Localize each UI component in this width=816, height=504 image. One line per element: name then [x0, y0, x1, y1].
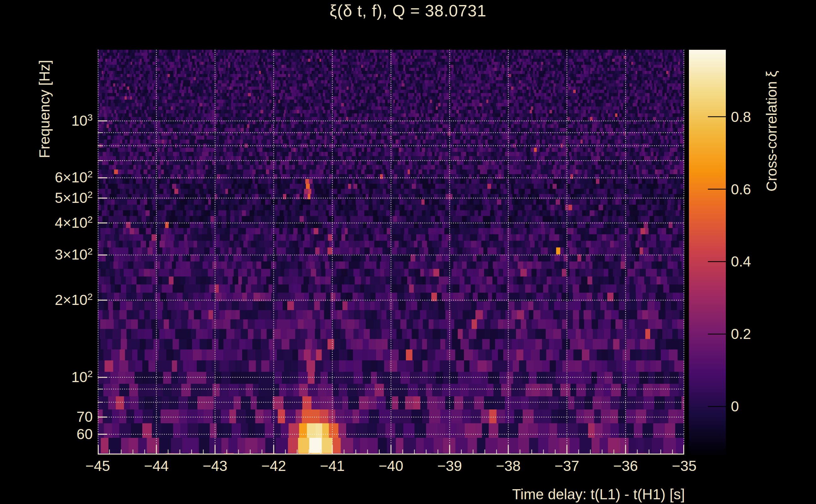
y-tick-label: 6×102: [0, 169, 93, 186]
colorbar-tick-mark: [708, 116, 726, 117]
x-tick-label: −40: [379, 457, 403, 474]
colorbar-tick-label: 0.4: [731, 253, 751, 270]
colorbar-tick-label: 0.8: [731, 108, 751, 125]
x-tick-label: −35: [672, 457, 697, 474]
y-tick-label: 5×102: [0, 189, 93, 206]
colorbar-gradient: [689, 50, 726, 455]
colorbar-tick-label: 0: [731, 398, 739, 415]
y-tick-label: 103: [0, 112, 93, 129]
x-tick-label: −39: [437, 457, 462, 474]
y-tick-label: 70: [0, 408, 93, 425]
y-axis-label: Frequency [Hz]: [36, 60, 53, 158]
colorbar-axis-label: Cross-correlation ξ: [763, 71, 780, 192]
x-tick-label: −41: [320, 457, 345, 474]
spectrogram-heatmap: [98, 50, 684, 455]
colorbar-tick-label: 0.2: [731, 325, 751, 342]
colorbar-tick-mark: [708, 334, 726, 335]
colorbar-tick-mark: [708, 406, 726, 407]
colorbar-tick-mark: [708, 189, 726, 190]
x-tick-label: −45: [85, 457, 110, 474]
y-tick-label: 3×102: [0, 246, 93, 263]
x-axis-label: Time delay: t(L1) - t(H1) [s]: [0, 486, 685, 503]
x-tick-label: −43: [203, 457, 227, 474]
y-tick-label: 102: [0, 369, 93, 386]
colorbar-tick-mark: [708, 261, 726, 262]
y-tick-label: 2×102: [0, 291, 93, 308]
y-tick-label: 4×102: [0, 214, 93, 231]
y-tick-label: 60: [0, 426, 93, 443]
colorbar-tick-label: 0.6: [731, 181, 751, 198]
x-tick-label: −38: [496, 457, 520, 474]
x-tick-label: −42: [262, 457, 286, 474]
x-tick-label: −37: [554, 457, 579, 474]
x-tick-label: −44: [144, 457, 169, 474]
x-tick-label: −36: [613, 457, 638, 474]
cross-correlation-spectrogram-figure: ξ(δ t, f), Q = 38.0731 Frequency [Hz] 10…: [0, 0, 816, 504]
plot-title: ξ(δ t, f), Q = 38.0731: [0, 1, 816, 20]
